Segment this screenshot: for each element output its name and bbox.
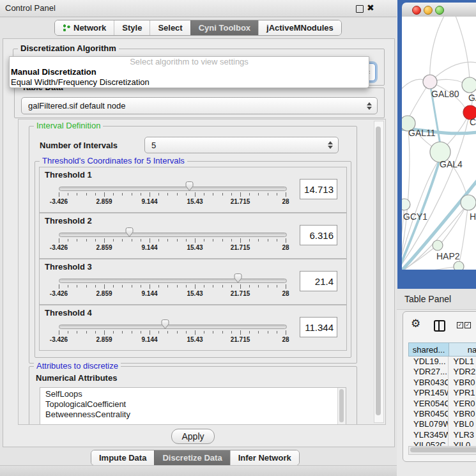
tab-discretize-data[interactable]: Discretize Data <box>154 450 229 465</box>
attributes-scrollbar[interactable] <box>337 388 346 425</box>
tick-mark <box>113 193 114 196</box>
minimize-window-icon[interactable] <box>424 6 433 15</box>
attribute-item-betweennesscentrality[interactable]: BetweennessCentrality <box>40 410 346 420</box>
tick-mark <box>113 239 114 242</box>
svg-text:GCY1: GCY1 <box>403 211 427 222</box>
scrollbar-thumb[interactable] <box>410 447 476 452</box>
tick-mark <box>231 331 232 334</box>
table-row[interactable]: YBR045CYBR0 <box>408 409 476 419</box>
tick-label: 15.43 <box>176 336 214 343</box>
tick-mark <box>258 331 259 334</box>
tick-mark <box>258 285 259 288</box>
tick-mark <box>68 193 68 196</box>
threshold-label: Threshold 3 <box>45 262 92 272</box>
thresholds-group: Threshold's Coordinates for 5 Intervals … <box>35 161 351 358</box>
tick-mark <box>277 331 277 334</box>
float-window-icon[interactable] <box>356 5 364 13</box>
table-row[interactable]: YBR043CYBR0 <box>408 378 476 388</box>
tick-mark <box>222 239 223 242</box>
tick-mark <box>213 331 213 334</box>
table-data-combobox[interactable]: galFiltered.sif default node <box>21 97 378 114</box>
group-title: Interval Definition <box>34 121 103 130</box>
slider-track[interactable] <box>59 233 287 237</box>
tab-jactivemnodules[interactable]: jActiveMNodules <box>258 20 341 35</box>
table-cell: YLR345W <box>408 430 449 440</box>
slider-thumb[interactable] <box>160 319 170 330</box>
tick-mark <box>167 331 168 334</box>
tick-label: 28 <box>266 336 305 343</box>
table-row[interactable]: YDR27...YDR2 <box>408 367 476 377</box>
select-columns-icon[interactable]: ✓ <box>464 322 471 328</box>
numerical-attributes-list[interactable]: SelfLoopsTopologicalCoefficientBetweenne… <box>40 387 346 425</box>
slider-track[interactable] <box>59 325 287 329</box>
tick-mark <box>59 192 59 197</box>
tick-mark <box>222 193 223 196</box>
table-row[interactable]: YER054CYER0 <box>408 399 476 409</box>
gear-icon[interactable]: ⚙ <box>411 317 420 330</box>
table-row[interactable]: YBL079WYBL0 <box>408 419 476 429</box>
slider-thumb[interactable] <box>233 273 243 284</box>
tab-style[interactable]: Style <box>114 20 150 35</box>
tick-label: -3.426 <box>40 198 78 205</box>
table-row[interactable]: YLR345WYLR3 <box>408 430 476 440</box>
slider-track[interactable] <box>59 279 287 283</box>
threshold-value-field[interactable] <box>300 225 337 245</box>
tick-mark <box>177 239 178 242</box>
table-cell: YPR145W <box>408 388 449 398</box>
column-header[interactable]: na <box>449 342 476 357</box>
slider-thumb[interactable] <box>185 181 194 192</box>
tab-label: Select <box>158 23 182 33</box>
threshold-value-field[interactable] <box>300 317 337 337</box>
split-column-icon[interactable] <box>434 320 445 332</box>
table-cell: YDR2 <box>449 367 476 377</box>
tick-mark <box>158 285 159 288</box>
tab-cyni-toolbox[interactable]: Cyni Toolbox <box>190 20 258 35</box>
scrollbar-thumb[interactable] <box>339 389 344 422</box>
tick-mark <box>95 193 96 196</box>
threshold-value-field[interactable] <box>300 179 337 199</box>
table-horizontal-scrollbar[interactable] <box>408 446 476 455</box>
tick-mark <box>132 285 132 288</box>
slider-track[interactable] <box>59 187 287 191</box>
numerical-attributes-label: Numerical Attributes <box>36 373 117 383</box>
tick-mark <box>186 193 187 196</box>
zoom-window-icon[interactable] <box>435 6 444 15</box>
tick-mark <box>59 330 59 335</box>
tick-mark <box>113 331 114 334</box>
tick-label: 28 <box>266 290 305 297</box>
bottom-tab-bar: Impute DataDiscretize DataInfer Network <box>91 450 300 466</box>
tick-mark <box>77 331 77 334</box>
tab-impute-data[interactable]: Impute Data <box>91 450 154 465</box>
table-row[interactable]: YPR145WYPR1 <box>408 388 476 398</box>
tick-mark <box>141 285 141 288</box>
tick-mark <box>150 192 150 197</box>
close-window-icon[interactable] <box>412 6 421 15</box>
tick-mark <box>195 284 196 289</box>
network-view-window: GAL80GACGAL11GAL4GCY1HHAP2 <box>397 0 476 289</box>
number-of-intervals-combobox[interactable]: 5 <box>144 137 339 153</box>
apply-button[interactable]: Apply <box>171 429 215 444</box>
network-canvas[interactable]: GAL80GACGAL11GAL4GCY1HHAP2 <box>402 17 476 270</box>
scrollbar-thumb[interactable] <box>376 127 381 415</box>
tick-label: 9.144 <box>130 290 169 297</box>
tab-infer-network[interactable]: Infer Network <box>230 450 299 465</box>
tick-label: 2.859 <box>85 244 123 251</box>
group-title: Threshold's Coordinates for 5 Intervals <box>40 157 187 165</box>
slider-thumb[interactable] <box>125 227 134 238</box>
close-icon[interactable]: ✖ <box>367 3 374 13</box>
network-window-titlebar[interactable] <box>402 3 476 17</box>
attribute-item-topologicalcoefficient[interactable]: TopologicalCoefficient <box>40 399 346 410</box>
tick-mark <box>249 239 250 242</box>
table-data-group: Table Data galFiltered.sif default node <box>14 88 385 118</box>
dropdown-option-manual-discretization[interactable]: Manual Discretization <box>10 67 369 77</box>
settings-vertical-scrollbar[interactable] <box>374 121 384 423</box>
tick-label: 2.859 <box>85 336 123 343</box>
dropdown-option-equal-width-frequency-discretization[interactable]: Equal Width/Frequency Discretization <box>10 77 369 88</box>
tab-select[interactable]: Select <box>150 20 190 35</box>
tab-network[interactable]: Network <box>55 20 114 35</box>
select-columns-icon[interactable]: ✓ <box>457 322 463 328</box>
attribute-item-selfloops[interactable]: SelfLoops <box>40 389 346 399</box>
threshold-value-field[interactable] <box>300 271 337 291</box>
table-row[interactable]: YDL19...YDL1 <box>408 357 476 367</box>
column-header[interactable]: shared... <box>408 342 449 357</box>
